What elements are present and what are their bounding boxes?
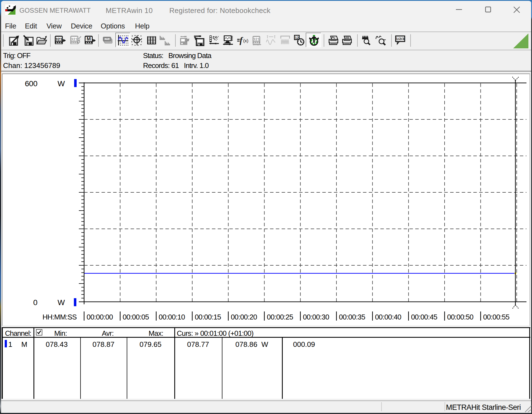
svg-text:00:00:55: 00:00:55 xyxy=(483,313,509,321)
svg-text:00:00:00: 00:00:00 xyxy=(87,313,113,321)
svg-text:00:00:20: 00:00:20 xyxy=(231,313,257,321)
svg-text:W: W xyxy=(58,298,65,307)
svg-text:00:00:40: 00:00:40 xyxy=(375,313,401,321)
svg-text:0: 0 xyxy=(33,298,37,307)
svg-text:00:00:30: 00:00:30 xyxy=(303,313,329,321)
svg-text:00:00:50: 00:00:50 xyxy=(447,313,473,321)
svg-text:600: 600 xyxy=(25,79,37,88)
svg-text:00:00:15: 00:00:15 xyxy=(195,313,221,321)
svg-text:00:00:25: 00:00:25 xyxy=(267,313,293,321)
svg-text:HH:MM:SS: HH:MM:SS xyxy=(42,313,77,321)
svg-text:00:00:05: 00:00:05 xyxy=(123,313,149,321)
svg-text:00:00:45: 00:00:45 xyxy=(411,313,437,321)
svg-text:00:00:10: 00:00:10 xyxy=(159,313,185,321)
svg-text:00:00:35: 00:00:35 xyxy=(339,313,365,321)
svg-text:W: W xyxy=(58,79,65,88)
